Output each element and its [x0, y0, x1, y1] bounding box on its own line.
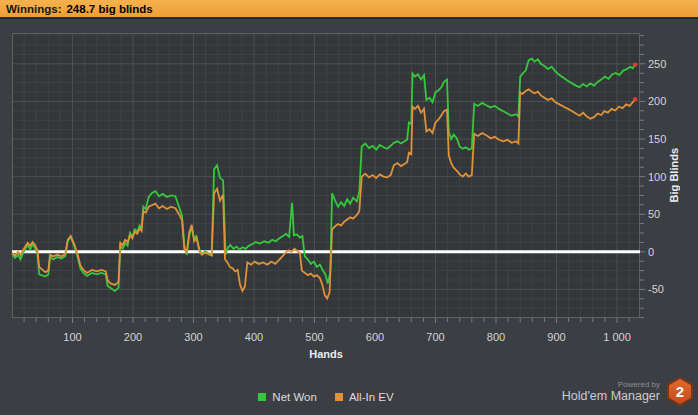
powered-by-text: Powered by [562, 380, 660, 389]
y-tick-label: 250 [648, 58, 666, 70]
x-tick-label: 200 [124, 331, 142, 343]
y-tick-label: 100 [648, 171, 666, 183]
winnings-label: Winnings: [6, 3, 61, 15]
y-tick-label: 0 [648, 246, 654, 258]
hm2-logo-icon: 2 [667, 377, 693, 406]
chart-legend: Net Won All-In EV [12, 391, 640, 403]
x-axis-title: Hands [12, 348, 640, 360]
y-axis-title-container: Big Blinds [665, 33, 683, 318]
x-tick-label: 500 [305, 331, 323, 343]
y-tick-labels: -50050100150200250 [648, 58, 666, 296]
x-tick-label: 900 [547, 331, 565, 343]
legend-item-all-in-ev[interactable]: All-In EV [335, 391, 394, 403]
brand-name: Hold'em Manager [562, 389, 660, 403]
legend-label-net-won: Net Won [272, 391, 317, 403]
x-tick-label: 600 [366, 331, 384, 343]
x-tick-label: 300 [184, 331, 202, 343]
last-point-marker [633, 97, 637, 101]
winnings-value: 248.7 big blinds [66, 3, 152, 15]
last-point-marker [633, 62, 637, 66]
hm2-logo-number: 2 [669, 379, 691, 404]
y-axis-title: Big Blinds [668, 148, 680, 202]
y-tick-label: 50 [648, 208, 660, 220]
x-tick-label: 1 000 [603, 331, 631, 343]
branding: Powered by Hold'em Manager 2 [562, 377, 693, 406]
y-tick-label: -50 [648, 283, 664, 295]
all-in-ev-swatch-icon [335, 393, 343, 401]
x-tick-label: 100 [63, 331, 81, 343]
net-won-swatch-icon [258, 393, 266, 401]
y-tick-label: 150 [648, 133, 666, 145]
legend-label-all-in-ev: All-In EV [349, 391, 394, 403]
winnings-title-bar: Winnings: 248.7 big blinds [0, 0, 698, 19]
y-tick-label: 200 [648, 95, 666, 107]
x-tick-label: 700 [426, 331, 444, 343]
legend-item-net-won[interactable]: Net Won [258, 391, 317, 403]
x-tick-label: 800 [487, 331, 505, 343]
x-tick-label: 400 [245, 331, 263, 343]
x-tick-labels: 1002003004005006007008009001 000 [63, 331, 630, 343]
